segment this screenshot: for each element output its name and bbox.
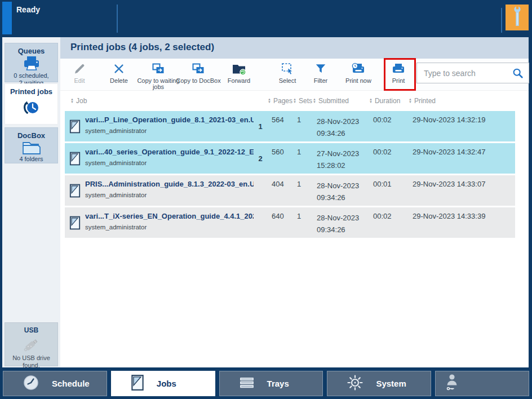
sidebar-item-docbox[interactable]: DocBox 4 folders xyxy=(5,127,58,163)
table-row[interactable]: vari...P_Line_Operation_guide_8.1_2021-0… xyxy=(65,111,515,141)
folder-icon xyxy=(5,140,57,155)
sidebar: Queues 0 scheduled, 2 waiting Printed jo… xyxy=(2,37,60,367)
column-header-printed[interactable]: ▲▼ Printed xyxy=(404,97,529,105)
delete-x-icon xyxy=(99,61,139,77)
queues-label: Queues xyxy=(5,43,57,55)
jobs-toolbar: Edit Delete Copy to waiting jobs xyxy=(60,59,529,91)
column-header-sets[interactable]: ▲▼ Sets xyxy=(289,97,308,105)
sort-icon: ▲▼ xyxy=(313,98,316,104)
tab-label: System xyxy=(376,379,406,388)
job-sets: 1 xyxy=(292,111,312,141)
usb-drive-icon xyxy=(5,335,57,354)
tab-system[interactable]: System xyxy=(327,371,431,396)
column-header-job[interactable]: ▲▼ Job xyxy=(60,97,263,105)
tab-trays[interactable]: Trays xyxy=(219,371,323,396)
page-title: Printed jobs (4 jobs, 2 selected) xyxy=(60,37,529,53)
sort-icon: ▲▼ xyxy=(293,98,296,104)
panel-titlebar: Printed jobs (4 jobs, 2 selected) xyxy=(60,37,529,59)
tab-label: Jobs xyxy=(157,379,176,388)
forward-button[interactable]: Forward xyxy=(219,61,259,84)
job-submitted: 28-Nov-2023 09:34:26 xyxy=(312,207,369,238)
table-row[interactable]: vari...40_series_Operation_guide_9.1_202… xyxy=(65,143,515,174)
printer-queue-icon xyxy=(5,56,57,72)
tab-login[interactable] xyxy=(435,371,529,396)
history-clock-icon xyxy=(5,99,57,117)
gear-icon xyxy=(347,374,363,393)
search-input[interactable] xyxy=(417,69,512,78)
job-duration: 00:02 xyxy=(369,207,408,238)
job-name: vari...T_iX-series_EN_Operation_guide_4.… xyxy=(85,212,254,220)
docbox-status: 4 folders xyxy=(5,156,57,163)
printer-icon xyxy=(379,61,418,77)
printer-clock-icon xyxy=(339,61,378,77)
job-pages: 560 xyxy=(267,143,292,174)
tab-schedule[interactable]: Schedule xyxy=(3,371,107,396)
printed-jobs-label: Printed jobs xyxy=(5,84,57,96)
selection-order-badge xyxy=(254,207,267,238)
job-submitted: 28-Nov-2023 09:34:26 xyxy=(312,111,369,141)
job-pages: 564 xyxy=(267,111,292,141)
tab-jobs[interactable]: Jobs xyxy=(111,371,215,396)
clock-icon xyxy=(23,374,39,393)
filter-funnel-icon xyxy=(301,61,340,77)
sidebar-item-queues[interactable]: Queues 0 scheduled, 2 waiting xyxy=(5,43,58,82)
column-header-pages[interactable]: ▲▼ Pages xyxy=(263,97,289,105)
sort-icon: ▲▼ xyxy=(369,98,373,104)
wrench-icon xyxy=(512,5,522,30)
search-box xyxy=(416,63,529,83)
job-duration: 00:02 xyxy=(369,143,408,174)
print-now-button[interactable]: Print now xyxy=(339,61,378,84)
trays-icon xyxy=(239,375,255,392)
status-bar: Ready xyxy=(0,0,532,37)
statusbar-divider xyxy=(117,5,118,33)
sidebar-item-printed-jobs[interactable]: Printed jobs xyxy=(5,83,58,125)
job-name: PRIS...Administration_guide_8.1.3_2022-0… xyxy=(85,180,254,188)
job-printed: 29-Nov-2023 14:32:47 xyxy=(408,143,515,174)
sort-icon: ▲▼ xyxy=(268,98,271,104)
usb-label: USB xyxy=(5,323,57,334)
job-sets: 1 xyxy=(292,175,312,206)
copy-to-docbox-button[interactable]: Copy to DocBox xyxy=(171,61,225,84)
print-button[interactable]: Print xyxy=(379,61,418,84)
tab-label: Schedule xyxy=(52,379,90,388)
job-duration: 00:02 xyxy=(369,111,408,141)
job-pages: 404 xyxy=(267,175,292,206)
search-icon[interactable] xyxy=(512,67,529,79)
forward-folder-icon xyxy=(219,61,259,77)
delete-button[interactable]: Delete xyxy=(99,61,139,84)
bottom-navbar: Schedule Jobs Trays xyxy=(0,367,532,399)
job-owner: system_administrator xyxy=(85,224,254,230)
printer-control-panel: Ready Queues xyxy=(0,0,532,399)
selection-order-badge: 2 xyxy=(254,143,267,174)
job-submitted: 28-Nov-2023 09:34:26 xyxy=(312,175,369,206)
job-printed: 29-Nov-2023 14:32:19 xyxy=(408,111,515,141)
job-printed: 29-Nov-2023 14:33:07 xyxy=(408,175,515,206)
table-header-row: ▲▼ Job ▲▼ Pages ▲▼ Sets ▲▼ Submitted ▲▼ … xyxy=(60,91,529,111)
column-header-duration[interactable]: ▲▼ Duration xyxy=(365,97,404,105)
job-sets: 1 xyxy=(292,143,312,174)
job-duration: 00:01 xyxy=(369,175,408,206)
job-owner: system_administrator xyxy=(85,127,254,134)
main-panel: Printed jobs (4 jobs, 2 selected) Edit D… xyxy=(60,37,529,367)
table-row[interactable]: PRIS...Administration_guide_8.1.3_2022-0… xyxy=(65,175,515,206)
job-printed: 29-Nov-2023 14:33:39 xyxy=(408,207,515,238)
job-pages: 640 xyxy=(267,207,292,238)
user-key-icon xyxy=(445,373,460,394)
document-icon xyxy=(65,207,85,238)
document-icon xyxy=(65,175,85,206)
sort-icon: ▲▼ xyxy=(70,98,74,104)
maintenance-button[interactable] xyxy=(506,5,529,30)
pencil-icon xyxy=(60,61,99,77)
edit-button[interactable]: Edit xyxy=(60,61,99,84)
selection-order-badge xyxy=(254,175,267,206)
column-header-submitted[interactable]: ▲▼ Submitted xyxy=(308,97,365,105)
sidebar-item-usb[interactable]: USB No USB drive found. xyxy=(5,322,58,366)
job-name: vari...P_Line_Operation_guide_8.1_2021-0… xyxy=(85,116,254,124)
table-row[interactable]: vari...T_iX-series_EN_Operation_guide_4.… xyxy=(65,207,515,238)
sort-icon: ▲▼ xyxy=(409,98,412,104)
document-icon xyxy=(65,143,85,174)
filter-button[interactable]: Filter xyxy=(301,61,340,84)
selection-order-badge: 1 xyxy=(254,111,267,141)
statusbar-divider xyxy=(501,8,502,33)
job-owner: system_administrator xyxy=(85,192,254,198)
